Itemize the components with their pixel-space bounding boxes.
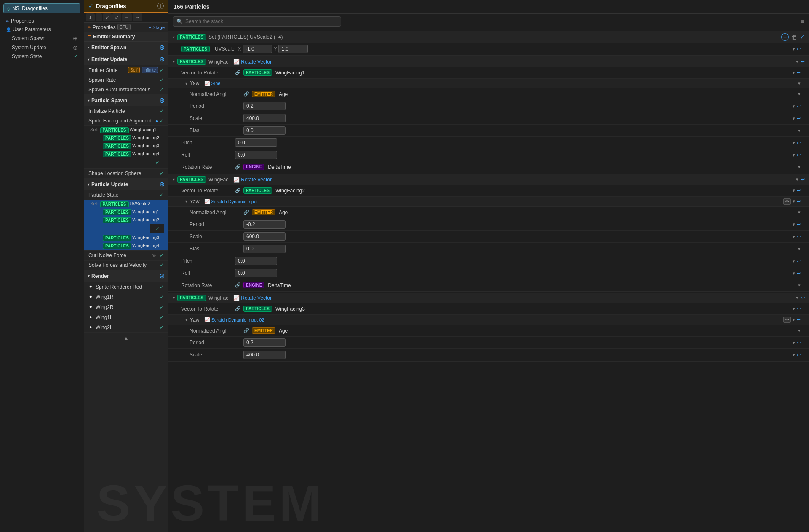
block-uvscale-header[interactable]: ▾ PARTICLES Set (PARTICLES) UVScale2 (+4… [168,31,809,43]
wf1-yaw-chevron[interactable]: ▾ [798,81,801,86]
solve-forces-check[interactable]: ✓ [160,262,164,268]
render-header[interactable]: ▾ Render ⊕ [84,270,168,282]
wf1-pitch-chevron[interactable]: ▾ [793,140,795,146]
emitter-tab-6[interactable]: → [133,13,142,21]
set-wingfacing-check[interactable]: ✓ [150,158,164,167]
wf2-edit-button[interactable]: ✏ [783,198,791,205]
block2-chevron[interactable]: ▾ [796,59,798,64]
shape-location-check[interactable]: ✓ [160,170,164,176]
wf1-scale-reset[interactable]: ↩ [797,116,801,121]
set-uvscale-check[interactable]: ✓ [150,224,164,233]
emitter-update-header[interactable]: ▾ Emitter Update ⊕ [84,53,168,65]
emitter-spawn-header[interactable]: ▸ Emitter Spawn ⊕ [84,42,168,53]
initialize-particle-item[interactable]: Initialize Particle ✓ [84,106,168,116]
emitter-summary-header[interactable]: ☰ Emitter Summary [84,32,168,42]
particle-update-header[interactable]: ▾ Particle Update ⊕ [84,178,168,190]
block3-reset[interactable]: ↩ [801,177,805,182]
uvscale-reset[interactable]: ↩ [797,46,801,52]
eye-icon[interactable]: 👁 [152,253,156,258]
wf3-yaw-reset[interactable]: ↩ [797,317,801,322]
system-update-plus-icon[interactable]: ⊕ [73,44,78,51]
wf2-roll-reset[interactable]: ↩ [797,271,801,276]
wf2-scale-reset[interactable]: ↩ [797,234,801,239]
wf2-bias-input[interactable] [243,245,286,253]
emitter-tab-5[interactable]: → [122,13,132,21]
wing2l-check[interactable]: ✓ [160,325,164,330]
particle-spawn-add-button[interactable]: ⊕ [159,96,165,104]
curl-noise-check[interactable]: ✓ [160,253,164,258]
init-particle-check[interactable]: ✓ [160,108,164,114]
block1-add-button[interactable]: + [781,33,789,41]
sidebar-item-user-parameters[interactable]: 👤 User Parameters [3,25,80,34]
filter-button[interactable]: ≡ [800,18,805,25]
sprite-renderer-red-item[interactable]: ✦ Sprite Renderer Red ✓ [84,282,168,292]
wing2l-item[interactable]: ✦ Wing2L ✓ [84,322,168,332]
emitter-tab-4[interactable]: ↙ [112,13,121,21]
wf3-scale-chevron[interactable]: ▾ [793,352,795,358]
wf1-period-reset[interactable]: ↩ [797,104,801,109]
wf1-roll-input[interactable] [235,151,277,159]
wf3-yaw-header[interactable]: ▾ Yaw 📈 Scratch Dynamic Input 02 ✏ ▾ ↩ [168,315,809,325]
block-wf1-header[interactable]: ▾ PARTICLES WingFac 📈 Rotate Vector ▾ ↩ [168,56,809,67]
spawn-rate-item[interactable]: Spawn Rate ✓ [84,75,168,85]
wing1r-check[interactable]: ✓ [160,294,164,300]
wf3-chevron[interactable]: ▾ [793,306,795,311]
particle-state-check[interactable]: ✓ [160,192,164,198]
curl-noise-item[interactable]: Curl Noise Force 👁 ✓ [84,251,168,261]
wf1-scale-input[interactable] [243,114,286,122]
wing2r-item[interactable]: ✦ Wing2R ✓ [84,302,168,312]
wf3-scale-input[interactable] [243,351,286,359]
block2-reset[interactable]: ↩ [801,59,805,64]
wf2-bias-chevron[interactable]: ▾ [798,246,801,252]
emitter-spawn-add-button[interactable]: ⊕ [159,43,165,51]
wf3-scale-reset[interactable]: ↩ [797,352,801,358]
wf3-edit-button[interactable]: ✏ [783,317,791,323]
wf2-pitch-reset[interactable]: ↩ [797,258,801,264]
collapse-button[interactable]: ▲ [84,332,168,343]
set-wingfacing-row[interactable]: Set: PARTICLES WingFacing1 PARTICLES Win… [84,126,168,169]
wf2-scale-chevron[interactable]: ▾ [793,234,795,239]
emitter-info-button[interactable]: i [157,3,164,9]
emitter-tab-1[interactable]: ⬇ [86,13,95,21]
wf1-rotrate-chevron[interactable]: ▾ [798,164,801,170]
sprite-facing-check[interactable]: ✓ [160,118,164,124]
wf2-scale-input[interactable] [243,232,286,241]
wing1l-check[interactable]: ✓ [160,314,164,320]
wf3-period-reset[interactable]: ↩ [797,340,801,346]
wf2-chevron[interactable]: ▾ [793,188,795,193]
block4-reset[interactable]: ↩ [801,295,805,301]
wf1-normangl-chevron[interactable]: ▾ [798,91,801,97]
spawn-rate-check[interactable]: ✓ [160,77,164,83]
block4-chevron[interactable]: ▾ [796,295,798,301]
wf2-period-input[interactable] [243,220,286,229]
wf2-reset[interactable]: ↩ [797,188,801,193]
emitter-tab-2[interactable]: ! [96,13,102,21]
particle-spawn-header[interactable]: ▾ Particle Spawn ⊕ [84,95,168,106]
wf1-pitch-reset[interactable]: ↩ [797,140,801,146]
system-spawn-plus-icon[interactable]: ⊕ [73,35,78,42]
particle-update-add-button[interactable]: ⊕ [159,180,165,188]
wf1-pitch-input[interactable] [235,138,277,147]
wf1-reset[interactable]: ↩ [797,70,801,75]
uvscale-chevron[interactable]: ▾ [793,46,795,52]
wing1r-item[interactable]: ✦ Wing1R ✓ [84,292,168,302]
set-uvscale-row[interactable]: Set: PARTICLES UVScale2 PARTICLES WingFa… [84,200,168,251]
search-input[interactable] [185,19,337,24]
emitter-tab-3[interactable]: ↙ [103,13,112,21]
sprite-facing-item[interactable]: Sprite Facing and Alignment ● ✓ [84,116,168,126]
block-wf2-header[interactable]: ▾ PARTICLES WingFac 📈 Rotate Vector ▾ ↩ [168,174,809,185]
wf1-bias-input[interactable] [243,126,286,135]
particle-state-item[interactable]: Particle State ✓ [84,190,168,200]
wf3-normangl-chevron[interactable]: ▾ [798,328,801,333]
block1-check-button[interactable]: ✓ [800,34,805,40]
wf1-bias-chevron[interactable]: ▾ [798,128,801,133]
sidebar-item-properties[interactable]: ✏ Properties [3,17,80,25]
emitter-update-add-button[interactable]: ⊕ [159,55,165,63]
shape-location-item[interactable]: Shape Location Sphere ✓ [84,169,168,178]
uvscale-x-input[interactable] [243,45,272,53]
emitter-state-item[interactable]: Emitter State Self Infinite ✓ [84,65,168,75]
stage-button[interactable]: Stage [149,25,165,30]
wf1-period-input[interactable] [243,102,286,110]
solve-forces-item[interactable]: Solve Forces and Velocity ✓ [84,261,168,270]
wf1-roll-chevron[interactable]: ▾ [793,152,795,158]
